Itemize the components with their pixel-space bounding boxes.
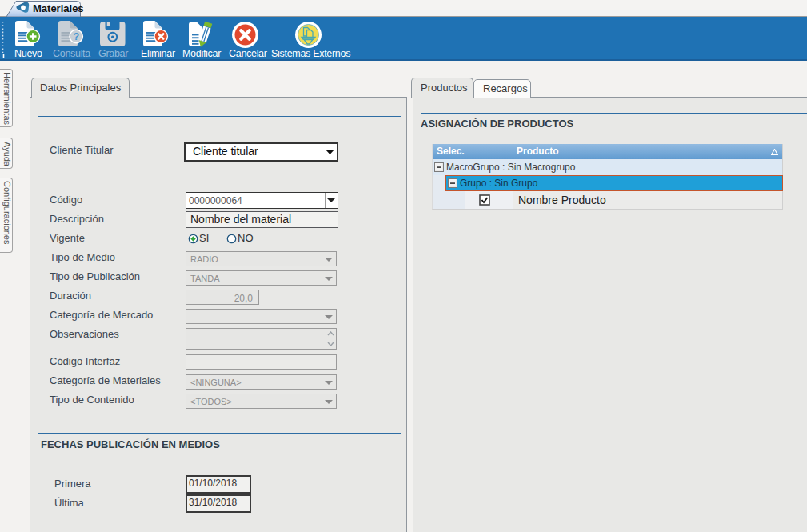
svg-text:?: ? (73, 31, 79, 42)
